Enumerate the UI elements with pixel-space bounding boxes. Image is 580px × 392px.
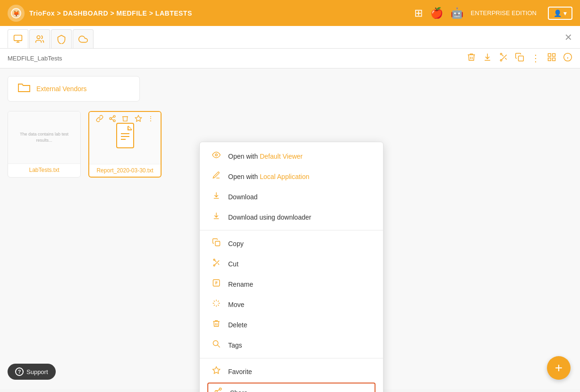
svg-line-10 [505, 58, 506, 60]
move-icon [211, 299, 222, 310]
support-button[interactable]: ? Support [8, 364, 56, 380]
file-name-labtests: LabTests.txt [8, 163, 80, 176]
menu-open-default-label: Open with Default Viewer [228, 153, 303, 160]
info-action[interactable] [563, 52, 572, 64]
menu-tags-label: Tags [228, 341, 242, 349]
header-left: 🦊 TrioFox > DASHBOARD > MEDFILE > LABTES… [8, 5, 192, 22]
menu-download-downloader[interactable]: Download using downloader [200, 207, 383, 227]
share-menu-icon [213, 387, 223, 392]
fab-add-button[interactable]: + [547, 356, 571, 380]
menu-share[interactable]: Share [207, 383, 375, 392]
path-label: MEDFILE_LabTests [8, 55, 62, 62]
header: 🦊 TrioFox > DASHBOARD > MEDFILE > LABTES… [0, 0, 580, 26]
user-button[interactable]: 👤 ▾ [548, 7, 572, 20]
file-card-report[interactable]: ⋮ Report_2020-03-30.txt [88, 111, 162, 178]
apple-icon: 🍎 [430, 7, 443, 19]
tab-bar: ✕ [0, 26, 580, 49]
tab-close-button[interactable]: ✕ [564, 32, 572, 43]
menu-move[interactable]: Move [200, 294, 383, 315]
trash-icon[interactable] [121, 115, 129, 124]
file-card-labtests[interactable]: The data contains lab test results... La… [8, 111, 81, 178]
windows-icon: ⊞ [414, 7, 423, 19]
tab-desktop[interactable] [8, 29, 28, 48]
more-icon[interactable]: ⋮ [147, 115, 154, 124]
toolbar-actions: ⋮ [467, 52, 572, 64]
menu-copy[interactable]: Copy [200, 233, 383, 254]
menu-copy-label: Copy [228, 240, 244, 247]
menu-cut[interactable]: Cut [200, 254, 383, 274]
divider-2 [200, 358, 383, 358]
svg-point-20 [110, 118, 111, 119]
menu-download[interactable]: Download [200, 187, 383, 207]
folder-name: External Vendors [36, 85, 87, 93]
cut-action[interactable] [499, 52, 508, 64]
menu-share-label: Share [230, 389, 247, 392]
tab-users[interactable] [29, 29, 50, 48]
tab-security[interactable] [51, 29, 72, 48]
menu-download-label: Download [228, 193, 257, 201]
more-action[interactable]: ⋮ [531, 52, 540, 64]
eye-icon [211, 151, 222, 162]
context-menu: Open with Default Viewer Open with Local… [199, 142, 384, 392]
menu-favorite[interactable]: Favorite [200, 361, 383, 382]
menu-open-local[interactable]: Open with Local Application [200, 166, 383, 187]
svg-rect-13 [553, 54, 555, 57]
folder-icon [17, 82, 31, 95]
svg-text:🦊: 🦊 [13, 10, 20, 17]
cut-icon [211, 258, 222, 269]
svg-point-32 [213, 259, 215, 261]
menu-open-default[interactable]: Open with Default Viewer [200, 146, 383, 166]
svg-line-9 [502, 55, 503, 56]
menu-open-local-label: Open with Local Application [228, 173, 309, 180]
support-label: Support [26, 368, 48, 375]
download-icon [211, 191, 222, 202]
content-area: External Vendors The data contains lab t… [0, 68, 580, 389]
file-name-report: Report_2020-03-30.txt [89, 164, 161, 177]
divider-1 [200, 230, 383, 230]
svg-rect-25 [117, 123, 134, 148]
delete-icon [211, 319, 222, 330]
support-icon: ? [15, 367, 24, 376]
svg-point-31 [213, 265, 215, 266]
svg-marker-42 [213, 367, 220, 374]
menu-tags[interactable]: Tags [200, 335, 383, 355]
menu-rename-label: Rename [228, 281, 253, 288]
tags-icon [211, 340, 222, 350]
svg-rect-15 [553, 58, 555, 61]
star-icon[interactable] [135, 115, 142, 124]
toolbar: MEDFILE_LabTests [0, 49, 580, 68]
logo-icon: 🦊 [8, 5, 25, 22]
user-icon: 👤 [554, 9, 562, 17]
svg-point-21 [113, 120, 115, 122]
link-icon[interactable] [96, 115, 103, 124]
menu-cut-label: Cut [228, 260, 239, 268]
edition-badge: ENTERPRISE EDITION [471, 9, 537, 17]
svg-point-7 [500, 53, 502, 55]
delete-action[interactable] [467, 52, 476, 64]
rename-icon [211, 279, 222, 290]
svg-point-6 [500, 60, 502, 61]
menu-download-downloader-label: Download using downloader [228, 213, 311, 221]
svg-line-47 [217, 390, 219, 391]
svg-marker-24 [135, 115, 141, 121]
svg-line-34 [215, 261, 216, 262]
menu-move-label: Move [228, 301, 244, 308]
share-icon[interactable] [109, 115, 116, 124]
grid-view-action[interactable] [547, 52, 556, 64]
folder-card[interactable]: External Vendors [8, 76, 140, 102]
edit-icon [211, 171, 222, 182]
menu-delete-label: Delete [228, 321, 247, 329]
tab-cloud[interactable] [73, 29, 94, 48]
menu-rename[interactable]: Rename [200, 274, 383, 294]
svg-line-41 [218, 345, 220, 348]
copy-action[interactable] [515, 52, 524, 64]
favorite-icon [211, 366, 222, 377]
dropdown-arrow: ▾ [563, 9, 567, 17]
svg-line-35 [218, 264, 219, 265]
download-action[interactable] [483, 52, 492, 64]
copy-icon [211, 238, 222, 249]
menu-delete[interactable]: Delete [200, 315, 383, 335]
svg-rect-2 [14, 35, 22, 41]
svg-point-19 [113, 115, 115, 117]
svg-line-23 [111, 117, 114, 118]
